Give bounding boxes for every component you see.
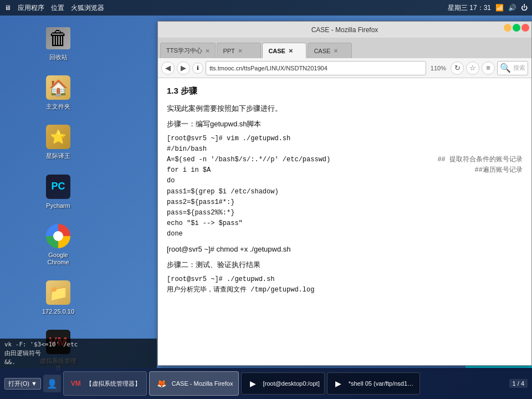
time-display: 星期三 17：31 <box>448 3 491 13</box>
tab-case-label: CASE <box>268 48 285 54</box>
info-icon[interactable]: ℹ <box>192 63 203 74</box>
taskbar-shell[interactable]: ▶ *shell 05 (var/ftp/nsd1905) - ... <box>327 372 420 395</box>
taskbar-right: 1 / 4 <box>509 379 528 388</box>
sound-icon: 🔊 <box>508 4 516 12</box>
code-line-1-row: A=$(sed -n '/bash$/s/:.*//p' /etc/passwd… <box>167 155 523 165</box>
person-icon: 👤 <box>47 378 58 389</box>
terminal-icon: ▶ <box>246 377 259 390</box>
bookmark-icon[interactable]: ☆ <box>466 62 479 75</box>
tab-case2-label: CASE <box>314 48 330 54</box>
browser-content: 1.3 步骤 实现此案例需要按照如下步骤进行。 步骤一：编写getupwd.sh… <box>158 78 531 365</box>
places-menu[interactable]: 位置 <box>51 3 64 13</box>
code-block-2: [root@svr5 ~]# ./getupwd.sh 用户分析完毕，请查阅文件… <box>167 274 523 295</box>
refresh-button[interactable]: ↻ <box>451 62 464 75</box>
zoom-level: 110% <box>428 65 448 71</box>
desktop-icon-home[interactable]: 🏠 主文件夹 <box>39 74 78 110</box>
tab-ppt-close[interactable]: × <box>238 47 243 54</box>
desktop-icon-pycharm[interactable]: PC Pycharm <box>39 173 78 209</box>
step1-label: 步骤一：编写getupwd.sh脚本 <box>167 118 523 130</box>
close-btn[interactable] <box>521 24 529 32</box>
address-bar[interactable]: tts.tmooc.cn/ttsPage/LINUX/NSDTN201904 <box>206 61 426 75</box>
intro-text: 实现此案例需要按照如下步骤进行。 <box>167 103 523 115</box>
terminal-line-1: vk -F: '$3<=10' /etc <box>4 341 152 348</box>
back-button[interactable]: ◀ <box>161 62 175 75</box>
maximize-btn[interactable] <box>513 24 520 32</box>
search-placeholder: 搜索 <box>513 64 525 72</box>
taskbar-firefox[interactable]: 🦊 CASE - Mozilla Firefox <box>149 371 239 396</box>
open-menu-button[interactable]: 打开(O) ▼ <box>4 378 41 390</box>
desktop: 🖥 应用程序 位置 火狐浏览器 星期三 17：31 📶 🔊 ⏻ 🗑 回收站 🏠 … <box>0 0 532 399</box>
taskbar-shell-label: *shell 05 (var/ftp/nsd1905) - ... <box>349 380 415 387</box>
command1: [root@svr5 ~]# vim ./getupwd.sh <box>167 134 523 144</box>
icon-label-home: 主文件夹 <box>46 103 70 110</box>
code-line-0: #/bin/bash <box>167 144 523 155</box>
network-icon: 📶 <box>495 4 504 12</box>
result-text: 用户分析完毕，请查阅文件 /tmp/getupwd.log <box>167 285 523 295</box>
tab-tts-label: TTS学习中心 <box>166 47 202 55</box>
forward-button[interactable]: ▶ <box>177 62 190 75</box>
system-icon: 🖥 <box>4 4 11 12</box>
desktop-icon-recycle[interactable]: 🗑 回收站 <box>39 25 78 61</box>
code-block: [root@svr5 ~]# vim ./getupwd.sh #/bin/ba… <box>167 134 523 240</box>
apps-menu[interactable]: 应用程序 <box>18 3 44 13</box>
code-comment-2: ##遍历账号记录 <box>475 165 523 176</box>
tab-ppt-label: PPT <box>223 48 234 54</box>
firefox-menu[interactable]: 火狐浏览器 <box>71 3 104 13</box>
tab-case[interactable]: CASE × <box>262 43 306 58</box>
tab-case-close[interactable]: × <box>289 47 293 54</box>
top-bar-left: 🖥 应用程序 位置 火狐浏览器 <box>4 3 104 13</box>
tab-case2[interactable]: CASE × <box>308 43 352 58</box>
code-line-4: pass1=$(grep $i /etc/shadow) <box>167 187 523 197</box>
desktop-icon-folder172[interactable]: 📁 172.25.0.10 <box>39 279 78 315</box>
taskbar-terminal[interactable]: ▶ [root@desktop0:/opt] <box>241 372 324 395</box>
icon-label-pycharm: Pycharm <box>46 202 70 209</box>
left-terminal-strip: vk -F: '$3<=10' /etc 由田逻辑符号 &&. <box>0 339 157 368</box>
terminal-line-4: &&. <box>4 359 152 366</box>
top-bar-right: 星期三 17：31 📶 🔊 ⏻ <box>448 3 528 13</box>
search-bar[interactable]: 🔍 搜索 <box>497 61 528 75</box>
browser-title: CASE - Mozilla Firefox <box>311 26 378 34</box>
power-icon[interactable]: ⏻ <box>521 4 528 12</box>
taskbar-vm[interactable]: VM 【虚拟系统管理器】 <box>63 371 147 396</box>
vm-icon: VM <box>69 377 83 390</box>
icon-label-folder172: 172.25.0.10 <box>42 308 74 315</box>
taskbar-left: 打开(O) ▼ 👤 <box>4 375 61 392</box>
code-line-2: for i in $A <box>167 165 211 176</box>
tab-tts-close[interactable]: × <box>206 47 210 54</box>
code-line-5: pass2=${pass1#*:} <box>167 197 523 208</box>
code-line-2-row: for i in $A ##遍历账号记录 <box>167 165 523 176</box>
minimize-btn[interactable] <box>504 24 511 32</box>
firefox-icon: 🦊 <box>155 377 168 390</box>
desktop-icon-star[interactable]: ⭐ 星际译王 <box>39 124 78 160</box>
tab-tts[interactable]: TTS学习中心 × <box>160 43 216 58</box>
taskbar-terminal-label: [root@desktop0:/opt] <box>263 380 319 387</box>
code-line-1: A=$(sed -n '/bash$/s/:.*//p' /etc/passwd… <box>167 155 330 165</box>
shell-icon: ▶ <box>332 377 345 390</box>
browser-toolbar: ◀ ▶ ℹ tts.tmooc.cn/ttsPage/LINUX/NSDTN20… <box>158 58 531 78</box>
menu-button[interactable]: ≡ <box>482 62 495 75</box>
terminal-line-3: 由田逻辑符号 <box>4 349 152 357</box>
desktop-icon-chrome[interactable]: Google Chrome <box>39 223 78 266</box>
step2-label: 步骤二：测试、验证执行结果 <box>167 259 523 271</box>
code-line-8: done <box>167 229 523 239</box>
code-line-3: do <box>167 176 523 186</box>
top-system-bar: 🖥 应用程序 位置 火狐浏览器 星期三 17：31 📶 🔊 ⏻ <box>0 0 532 16</box>
page-indicator: 1 / 4 <box>509 379 528 388</box>
taskbar-app-icon[interactable]: 👤 <box>43 375 61 392</box>
tab-case2-close[interactable]: × <box>334 47 338 54</box>
browser-titlebar: CASE - Mozilla Firefox <box>158 22 531 38</box>
code-comment-1: ## 提取符合条件的账号记录 <box>437 155 523 165</box>
tab-ppt[interactable]: PPT × <box>217 43 261 58</box>
open-dropdown-icon: ▼ <box>31 380 37 387</box>
search-icon: 🔍 <box>500 63 511 73</box>
open-label: 打开(O) <box>8 380 29 388</box>
taskbar-vm-label: 【虚拟系统管理器】 <box>86 380 141 388</box>
icon-label-chrome: Google Chrome <box>39 252 78 266</box>
url-text: tts.tmooc.cn/ttsPage/LINUX/NSDTN201904 <box>209 65 328 71</box>
command2: [root@svr5 ~]# chmod +x ./getupwd.sh <box>167 243 523 255</box>
icon-label-recycle: 回收站 <box>49 54 68 61</box>
icon-label-star: 星际译王 <box>46 152 70 160</box>
section-title: 1.3 步骤 <box>167 84 523 98</box>
code-line-7: echo "$i --> $pass" <box>167 218 523 229</box>
browser-window: CASE - Mozilla Firefox TTS学习中心 × PPT × C… <box>157 21 532 366</box>
